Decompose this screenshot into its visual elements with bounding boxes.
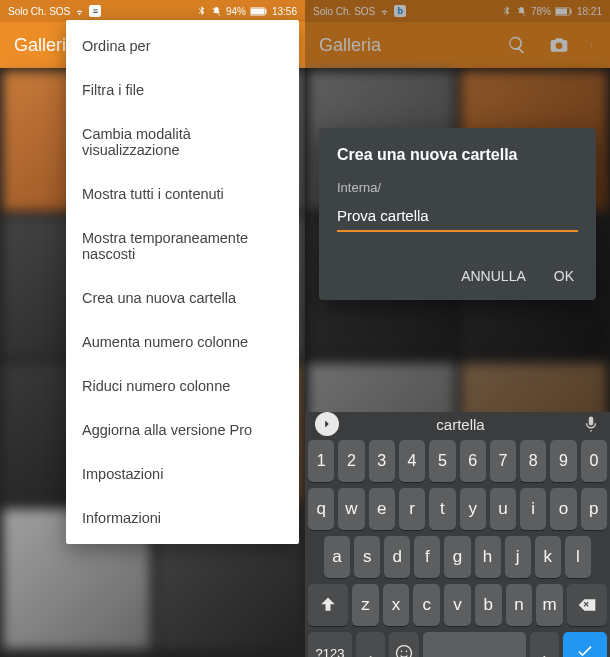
key-symbols[interactable]: ?123 xyxy=(308,632,352,657)
chevron-right-icon[interactable] xyxy=(315,412,339,436)
key-4[interactable]: 4 xyxy=(399,440,425,482)
battery-text: 94% xyxy=(226,6,246,17)
key-0[interactable]: 0 xyxy=(581,440,607,482)
menu-decrease-cols[interactable]: Riduci numero colonne xyxy=(66,364,299,408)
key-6[interactable]: 6 xyxy=(460,440,486,482)
key-1[interactable]: 1 xyxy=(308,440,334,482)
menu-show-all[interactable]: Mostra tutti i contenuti xyxy=(66,172,299,216)
key-y[interactable]: y xyxy=(460,488,486,530)
new-folder-dialog: Crea una nuova cartella Interna/ ANNULLA… xyxy=(319,128,596,300)
key-row-3: z x c v b n m xyxy=(308,584,607,626)
key-9[interactable]: 9 xyxy=(550,440,576,482)
svg-point-9 xyxy=(397,646,412,658)
key-2[interactable]: 2 xyxy=(338,440,364,482)
menu-upgrade-pro[interactable]: Aggiorna alla versione Pro xyxy=(66,408,299,452)
svg-rect-2 xyxy=(265,9,267,14)
menu-new-folder[interactable]: Crea una nuova cartella xyxy=(66,276,299,320)
key-comma[interactable]: , xyxy=(356,632,385,657)
carrier-text: Solo Ch. SOS xyxy=(8,6,70,17)
key-w[interactable]: w xyxy=(338,488,364,530)
key-7[interactable]: 7 xyxy=(490,440,516,482)
ok-button[interactable]: OK xyxy=(554,268,574,284)
key-row-2: a s d f g h j k l xyxy=(308,536,607,578)
key-c[interactable]: c xyxy=(413,584,440,626)
folder-name-input[interactable] xyxy=(337,203,578,232)
key-3[interactable]: 3 xyxy=(369,440,395,482)
menu-sort[interactable]: Ordina per xyxy=(66,24,299,68)
key-backspace[interactable] xyxy=(567,584,607,626)
key-u[interactable]: u xyxy=(490,488,516,530)
clock-text: 13:56 xyxy=(272,6,297,17)
key-d[interactable]: d xyxy=(384,536,410,578)
status-badge-icon: ≡ xyxy=(89,5,101,17)
key-x[interactable]: x xyxy=(383,584,410,626)
key-l[interactable]: l xyxy=(565,536,591,578)
key-s[interactable]: s xyxy=(354,536,380,578)
key-z[interactable]: z xyxy=(352,584,379,626)
key-t[interactable]: t xyxy=(429,488,455,530)
key-j[interactable]: j xyxy=(505,536,531,578)
menu-settings[interactable]: Impostazioni xyxy=(66,452,299,496)
svg-rect-1 xyxy=(251,8,265,14)
menu-filter[interactable]: Filtra i file xyxy=(66,68,299,112)
key-r[interactable]: r xyxy=(399,488,425,530)
menu-show-hidden[interactable]: Mostra temporaneamente nascosti xyxy=(66,216,299,276)
bluetooth-icon xyxy=(196,6,207,17)
key-enter[interactable] xyxy=(563,632,607,657)
mic-icon[interactable] xyxy=(582,415,600,433)
dialog-path: Interna/ xyxy=(337,180,578,195)
svg-point-10 xyxy=(401,651,403,653)
key-row-4: ?123 , . xyxy=(308,632,607,657)
key-space[interactable] xyxy=(423,632,526,657)
key-k[interactable]: k xyxy=(535,536,561,578)
key-row-numbers: 1 2 3 4 5 6 7 8 9 0 xyxy=(308,440,607,482)
key-i[interactable]: i xyxy=(520,488,546,530)
mute-icon xyxy=(211,6,222,17)
menu-view-mode[interactable]: Cambia modalità visualizzazione xyxy=(66,112,299,172)
key-h[interactable]: h xyxy=(475,536,501,578)
key-period[interactable]: . xyxy=(530,632,559,657)
key-g[interactable]: g xyxy=(444,536,470,578)
key-a[interactable]: a xyxy=(324,536,350,578)
key-e[interactable]: e xyxy=(369,488,395,530)
key-row-1: q w e r t y u i o p xyxy=(308,488,607,530)
key-m[interactable]: m xyxy=(536,584,563,626)
suggestion-text[interactable]: cartella xyxy=(436,416,484,433)
key-emoji[interactable] xyxy=(389,632,418,657)
key-p[interactable]: p xyxy=(581,488,607,530)
menu-about[interactable]: Informazioni xyxy=(66,496,299,540)
key-5[interactable]: 5 xyxy=(429,440,455,482)
screen-left: Solo Ch. SOS ≡ 94% 13:56 Galleria Ordina… xyxy=(0,0,305,657)
dialog-title: Crea una nuova cartella xyxy=(337,146,578,164)
key-f[interactable]: f xyxy=(414,536,440,578)
key-b[interactable]: b xyxy=(475,584,502,626)
battery-icon xyxy=(250,6,268,17)
wifi-icon xyxy=(74,6,85,17)
menu-increase-cols[interactable]: Aumenta numero colonne xyxy=(66,320,299,364)
key-8[interactable]: 8 xyxy=(520,440,546,482)
key-n[interactable]: n xyxy=(506,584,533,626)
screen-right: Solo Ch. SOS b 78% 18:21 Galleria Crea u… xyxy=(305,0,610,657)
status-bar: Solo Ch. SOS ≡ 94% 13:56 xyxy=(0,0,305,22)
cancel-button[interactable]: ANNULLA xyxy=(461,268,526,284)
key-v[interactable]: v xyxy=(444,584,471,626)
key-q[interactable]: q xyxy=(308,488,334,530)
key-o[interactable]: o xyxy=(550,488,576,530)
svg-point-11 xyxy=(406,651,408,653)
overflow-menu: Ordina per Filtra i file Cambia modalità… xyxy=(66,20,299,544)
soft-keyboard: cartella 1 2 3 4 5 6 7 8 9 0 q w e r t xyxy=(305,412,610,657)
key-shift[interactable] xyxy=(308,584,348,626)
